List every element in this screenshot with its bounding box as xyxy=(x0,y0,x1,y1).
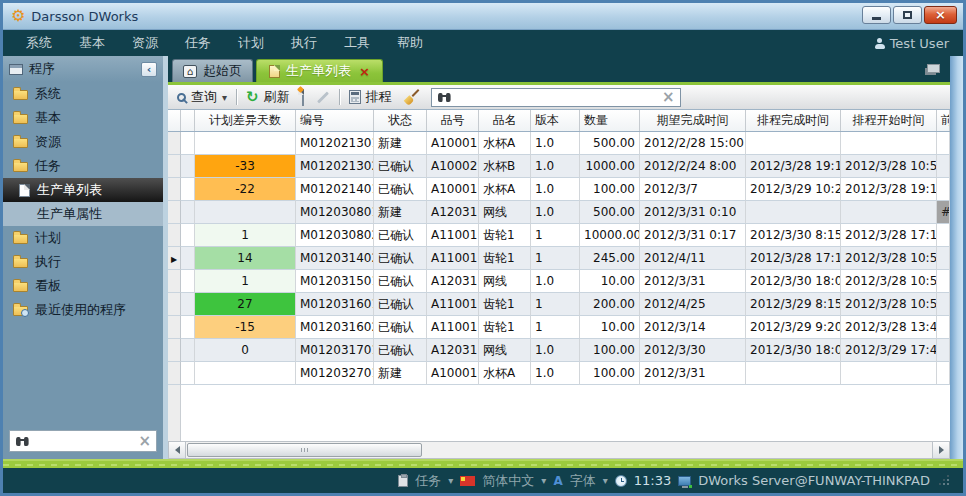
menu-item-0[interactable]: 系统 xyxy=(15,30,63,56)
tab-home[interactable]: ⌂ 起始页 xyxy=(172,59,253,82)
column-header-end[interactable]: 排程完成时间 xyxy=(746,110,841,131)
sidebar-clear-search-icon[interactable]: × xyxy=(138,434,151,449)
menu-item-5[interactable]: 执行 xyxy=(280,30,328,56)
cell-diff: 0 xyxy=(195,339,296,362)
tab-close-icon[interactable]: × xyxy=(359,65,370,78)
resize-grip[interactable] xyxy=(940,476,949,485)
sidebar-item-1[interactable]: 基本 xyxy=(3,106,163,130)
row-selector-cell[interactable] xyxy=(168,201,181,224)
cell-item_name: 网线 xyxy=(479,270,531,293)
sidebar-item-label: 资源 xyxy=(35,133,61,151)
indicator-cell xyxy=(181,270,195,293)
row-selector-cell[interactable] xyxy=(168,293,181,316)
table-row-8[interactable]: -15M012031602已确认A11001齿轮1110.002012/3/14… xyxy=(168,316,950,339)
sidebar-item-2[interactable]: 资源 xyxy=(3,130,163,154)
row-selector-cell[interactable] xyxy=(168,270,181,293)
task-caret-icon[interactable]: ▾ xyxy=(448,475,453,486)
collapse-sidebar-button[interactable]: ‹ xyxy=(141,62,157,77)
scroll-left-button[interactable] xyxy=(169,442,186,458)
sidebar-item-3[interactable]: 任务 xyxy=(3,154,163,178)
row-selector-cell[interactable] xyxy=(168,316,181,339)
table-row-10[interactable]: M012032701新建A10001水杯A1.0100.002012/3/31 xyxy=(168,362,950,385)
sidebar-item-4[interactable]: 生产单列表 xyxy=(3,178,163,202)
scrollbar-thumb[interactable] xyxy=(187,443,422,457)
table-row-6[interactable]: 1M012031501已确认A12031网线1.010.002012/3/312… xyxy=(168,270,950,293)
menu-item-1[interactable]: 基本 xyxy=(68,30,116,56)
row-selector-cell[interactable] xyxy=(168,224,181,247)
column-header-item_name[interactable]: 品名 xyxy=(479,110,531,131)
column-header-item_no[interactable]: 品号 xyxy=(427,110,479,131)
cell-end xyxy=(746,132,841,155)
column-header-clip[interactable]: 前 xyxy=(937,110,950,131)
row-selector-cell[interactable] xyxy=(168,178,181,201)
menu-item-2[interactable]: 资源 xyxy=(121,30,169,56)
row-selector-strip xyxy=(168,385,181,441)
column-header-expect[interactable]: 期望完成时间 xyxy=(640,110,746,131)
new-button[interactable] xyxy=(299,88,307,107)
toolbar-search-input[interactable] xyxy=(452,88,662,106)
column-header-code[interactable]: 编号 xyxy=(296,110,374,131)
toolbar-clear-search-icon[interactable]: × xyxy=(662,90,675,105)
edit-button[interactable] xyxy=(313,94,333,101)
cell-expect: 2012/2/24 8:00 xyxy=(640,155,746,178)
language-caret-icon[interactable]: ▾ xyxy=(541,475,546,486)
row-selector-cell[interactable] xyxy=(168,339,181,362)
scroll-right-icon xyxy=(939,446,944,454)
tab-list-icon[interactable] xyxy=(927,64,940,73)
table-row-9[interactable]: 0M012031701已确认A12031网线1.0100.002012/3/30… xyxy=(168,339,950,362)
query-caret-icon[interactable]: ▾ xyxy=(222,92,227,103)
titlebar[interactable]: ⚙ Darsson DWorks × xyxy=(3,3,963,30)
cell-end xyxy=(746,201,841,224)
menu-item-6[interactable]: 工具 xyxy=(333,30,381,56)
user-box[interactable]: Test User xyxy=(875,36,949,51)
query-label: 查询 xyxy=(191,88,217,106)
cell-clip xyxy=(937,155,950,178)
close-button[interactable]: × xyxy=(924,6,957,24)
task-menu-label[interactable]: 任务 xyxy=(415,472,441,490)
menu-item-4[interactable]: 计划 xyxy=(227,30,275,56)
table-row-7[interactable]: 27M012031601已确认A11001齿轮11200.002012/4/25… xyxy=(168,293,950,316)
table-row-2[interactable]: -22M012021401已确认A10001水杯A1.0100.002012/3… xyxy=(168,178,950,201)
query-button[interactable]: 查询 ▾ xyxy=(174,86,230,108)
table-row-4[interactable]: 1M012030802已确认A11001齿轮1110000.002012/3/3… xyxy=(168,224,950,247)
column-header-version[interactable]: 版本 xyxy=(531,110,580,131)
menu-item-7[interactable]: 帮助 xyxy=(386,30,434,56)
tab-production-order-list[interactable]: 生产单列表 × xyxy=(256,59,383,82)
column-header-start[interactable]: 排程开始时间 xyxy=(841,110,937,131)
cell-diff xyxy=(195,132,296,155)
row-selector-cell[interactable] xyxy=(168,155,181,178)
sidebar-item-7[interactable]: 执行 xyxy=(3,250,163,274)
table-row-3[interactable]: M012030801新建A12031网线1.0500.002012/3/31 0… xyxy=(168,201,950,224)
horizontal-scrollbar[interactable] xyxy=(168,441,950,459)
cell-start xyxy=(841,201,937,224)
sidebar-search-input[interactable] xyxy=(30,432,138,450)
maximize-button[interactable] xyxy=(893,6,922,24)
schedule-button[interactable]: 排程 xyxy=(346,86,395,108)
row-selector-cell[interactable] xyxy=(168,132,181,155)
sidebar-item-6[interactable]: 计划 xyxy=(3,226,163,250)
row-selector-cell[interactable] xyxy=(168,362,181,385)
table-row-5[interactable]: ▶14M012031402已确认A11001齿轮11245.002012/4/1… xyxy=(168,247,950,270)
table-row-1[interactable]: -33M012021302已确认A10002水杯B1.01000.002012/… xyxy=(168,155,950,178)
font-caret-icon[interactable]: ▾ xyxy=(603,475,608,486)
column-header-diff[interactable]: 计划差异天数 xyxy=(195,110,296,131)
table-row-0[interactable]: M012021301新建A10001水杯A1.0500.002012/2/28 … xyxy=(168,132,950,155)
cell-end: 2012/3/29 8:15 xyxy=(746,293,841,316)
sidebar-item-9[interactable]: 最近使用的程序 xyxy=(3,298,163,322)
sidebar-item-5[interactable]: 生产单属性 xyxy=(3,202,163,226)
minimize-button[interactable] xyxy=(862,6,891,24)
column-header-qty[interactable]: 数量 xyxy=(580,110,640,131)
column-header-status[interactable]: 状态 xyxy=(374,110,427,131)
scroll-right-button[interactable] xyxy=(932,442,949,458)
cell-status: 新建 xyxy=(374,201,427,224)
header-indicator xyxy=(181,110,195,131)
font-menu-label[interactable]: 字体 xyxy=(570,472,596,490)
clean-button[interactable] xyxy=(401,88,423,107)
menu-item-3[interactable]: 任务 xyxy=(174,30,222,56)
refresh-button[interactable]: ↻ 刷新 xyxy=(243,86,293,108)
language-label[interactable]: 简体中文 xyxy=(482,472,534,490)
row-selector-cell[interactable]: ▶ xyxy=(168,247,181,270)
sidebar-item-8[interactable]: 看板 xyxy=(3,274,163,298)
sidebar-item-0[interactable]: 系统 xyxy=(3,82,163,106)
cell-expect: 2012/2/28 15:00 xyxy=(640,132,746,155)
